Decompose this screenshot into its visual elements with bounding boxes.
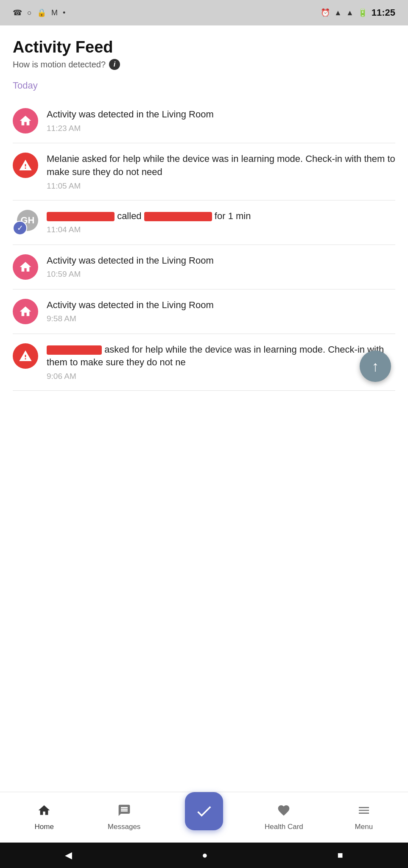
home-circle-icon	[13, 254, 38, 280]
nav-item-menu[interactable]: Menu	[324, 804, 404, 831]
nav-item-home[interactable]: Home	[4, 804, 84, 831]
activity-icon-home	[13, 108, 38, 134]
nav-item-messages[interactable]: Messages	[84, 804, 164, 831]
activity-body: Activity was detected in the Living Room…	[47, 108, 395, 133]
call-text-duration: for 1 min	[215, 211, 251, 221]
nav-item-check-center[interactable]	[164, 805, 244, 830]
home-circle-icon	[13, 108, 38, 134]
home-nav-label: Home	[35, 823, 54, 831]
subtitle-row: How is motion detected? i	[13, 59, 395, 70]
activity-time: 9:06 AM	[47, 372, 395, 381]
activity-text: called for 1 min	[47, 210, 395, 223]
activity-item: Activity was detected in the Living Room…	[13, 99, 395, 143]
alarm-icon: ⏰	[321, 8, 330, 17]
battery-icon: 🔋	[358, 8, 367, 17]
section-label: Today	[13, 80, 395, 91]
status-icons-right: ⏰ ▲ ▲ 🔋 11:25	[321, 7, 395, 18]
activity-item: Activity was detected in the Living Room…	[13, 245, 395, 289]
activity-item: Melanie asked for help while the device …	[13, 143, 395, 200]
redacted-name-2	[144, 212, 212, 221]
m-icon: M	[51, 8, 58, 17]
activity-time: 11:23 AM	[47, 124, 395, 133]
scroll-to-top-fab[interactable]: ↑	[360, 351, 391, 382]
home-nav-icon	[37, 804, 51, 820]
activity-text: Activity was detected in the Living Room	[47, 254, 395, 267]
up-arrow-icon: ↑	[372, 358, 379, 375]
back-button[interactable]: ◀	[65, 850, 72, 861]
activity-item: GH ✓ called for 1 min 11:04 AM	[13, 200, 395, 245]
healthcard-nav-icon	[277, 804, 291, 820]
activity-icon-home	[13, 254, 38, 280]
activity-time: 11:05 AM	[47, 181, 395, 191]
activity-text: asked for help while the device was in l…	[47, 343, 395, 370]
circle-icon: ○	[27, 8, 32, 17]
activity-body: Melanie asked for help while the device …	[47, 153, 395, 191]
home-button[interactable]: ●	[202, 850, 207, 861]
lock-icon: 🔒	[37, 8, 46, 17]
activity-body: asked for help while the device was in l…	[47, 343, 395, 381]
alert-circle-icon	[13, 343, 38, 369]
alert-circle-icon	[13, 153, 38, 178]
messages-nav-icon	[117, 804, 131, 820]
activity-text: Activity was detected in the Living Room	[47, 108, 395, 121]
activity-body: Activity was detected in the Living Room…	[47, 254, 395, 279]
main-content: Activity Feed How is motion detected? i …	[0, 25, 408, 792]
phone-icon: ☎	[13, 8, 22, 17]
recents-button[interactable]: ■	[338, 850, 343, 861]
call-check-icon: ✓	[13, 221, 27, 235]
page-title: Activity Feed	[13, 38, 395, 56]
activity-list: Activity was detected in the Living Room…	[13, 99, 395, 391]
activity-text: Activity was detected in the Living Room	[47, 299, 395, 312]
bottom-nav: Home Messages Health Card Me	[0, 792, 408, 843]
activity-icon-alert	[13, 153, 38, 178]
signal-icon: ▲	[346, 8, 354, 17]
dot-icon: •	[63, 8, 65, 17]
call-composite-icon: GH ✓	[13, 210, 38, 235]
activity-body: Activity was detected in the Living Room…	[47, 299, 395, 324]
activity-item: Activity was detected in the Living Room…	[13, 289, 395, 334]
messages-nav-label: Messages	[108, 823, 140, 831]
activity-time: 9:58 AM	[47, 314, 395, 323]
activity-item-last: asked for help while the device was in l…	[13, 334, 395, 391]
nav-item-healthcard[interactable]: Health Card	[244, 804, 324, 831]
activity-text: Melanie asked for help while the device …	[47, 153, 395, 179]
status-bar: ☎ ○ 🔒 M • ⏰ ▲ ▲ 🔋 11:25	[0, 0, 408, 25]
activity-time: 11:04 AM	[47, 225, 395, 234]
subtitle-text: How is motion detected?	[13, 60, 106, 70]
redacted-name-3	[47, 345, 102, 355]
status-time: 11:25	[372, 7, 395, 18]
home-circle-icon	[13, 299, 38, 324]
activity-icon-home	[13, 299, 38, 324]
android-nav-bar: ◀ ● ■	[0, 843, 408, 868]
healthcard-nav-label: Health Card	[265, 823, 303, 831]
call-text-called: called	[117, 211, 144, 221]
status-icons-left: ☎ ○ 🔒 M •	[13, 8, 65, 17]
activity-icon-alert	[13, 343, 38, 369]
menu-nav-icon	[357, 804, 371, 820]
activity-body: called for 1 min 11:04 AM	[47, 210, 395, 235]
menu-nav-label: Menu	[355, 823, 373, 831]
center-check-button[interactable]	[185, 792, 223, 830]
activity-time: 10:59 AM	[47, 270, 395, 279]
activity-icon-call: GH ✓	[13, 210, 38, 235]
redacted-name-1	[47, 212, 115, 221]
info-icon[interactable]: i	[109, 59, 120, 70]
wifi-icon: ▲	[334, 8, 342, 17]
